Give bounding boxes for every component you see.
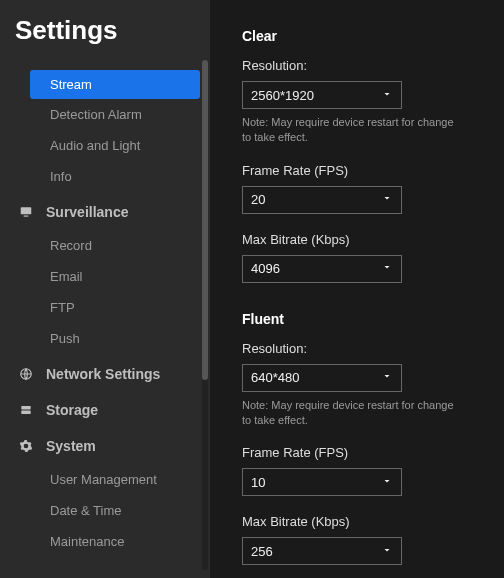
- sidebar-item-label: Detection Alarm: [50, 107, 142, 122]
- sidebar-group-camera: Stream Detection Alarm Audio and Light I…: [0, 68, 210, 192]
- sidebar-group-system: System User Management Date & Time Maint…: [0, 430, 210, 557]
- sidebar-item-label: Date & Time: [50, 503, 122, 518]
- storage-icon: [18, 402, 34, 418]
- sidebar-item-label: Email: [50, 269, 83, 284]
- field-fps: Frame Rate (FPS) 10: [242, 445, 482, 496]
- sidebar-item-label: FTP: [50, 300, 75, 315]
- section-title: Fluent: [242, 311, 482, 327]
- sidebar-group-surveillance: Surveillance Record Email FTP Push: [0, 196, 210, 354]
- sidebar-item-stream[interactable]: Stream: [30, 70, 200, 99]
- page-title: Settings: [0, 15, 210, 46]
- monitor-icon: [18, 204, 34, 220]
- sidebar-header-label: Network Settings: [46, 366, 160, 382]
- sidebar-item-user-management[interactable]: User Management: [0, 464, 210, 495]
- sidebar-item-push[interactable]: Push: [0, 323, 210, 354]
- sidebar-item-label: Audio and Light: [50, 138, 140, 153]
- sidebar-item-label: Stream: [50, 77, 92, 92]
- fps-select[interactable]: 10: [242, 468, 402, 496]
- field-label: Max Bitrate (Kbps): [242, 514, 482, 529]
- sidebar-header-storage[interactable]: Storage: [0, 394, 210, 426]
- sidebar-header-label: Storage: [46, 402, 98, 418]
- sidebar-item-info[interactable]: Info: [0, 161, 210, 192]
- section-title: Clear: [242, 28, 482, 44]
- sidebar-scrollbar[interactable]: [202, 60, 208, 570]
- sidebar-item-audio-and-light[interactable]: Audio and Light: [0, 130, 210, 161]
- resolution-select[interactable]: 2560*1920: [242, 81, 402, 109]
- sidebar-group-network: Network Settings: [0, 358, 210, 390]
- fps-select[interactable]: 20: [242, 186, 402, 214]
- sidebar-item-label: Maintenance: [50, 534, 124, 549]
- sidebar-scrollbar-thumb[interactable]: [202, 60, 208, 380]
- select-value: 2560*1920: [251, 88, 314, 103]
- field-label: Resolution:: [242, 58, 482, 73]
- stream-section-clear: Clear Resolution: 2560*1920 Note: May re…: [242, 28, 482, 283]
- sidebar-item-email[interactable]: Email: [0, 261, 210, 292]
- svg-rect-3: [21, 406, 30, 410]
- sidebar-item-detection-alarm[interactable]: Detection Alarm: [0, 99, 210, 130]
- sidebar-header-label: System: [46, 438, 96, 454]
- field-label: Resolution:: [242, 341, 482, 356]
- field-label: Frame Rate (FPS): [242, 445, 482, 460]
- sidebar-item-record[interactable]: Record: [0, 230, 210, 261]
- svg-rect-1: [24, 216, 29, 217]
- field-note: Note: May require device restart for cha…: [242, 115, 457, 145]
- chevron-down-icon: [381, 88, 393, 103]
- select-value: 10: [251, 475, 265, 490]
- chevron-down-icon: [381, 544, 393, 559]
- sidebar-header-surveillance[interactable]: Surveillance: [0, 196, 210, 228]
- field-bitrate: Max Bitrate (Kbps) 256: [242, 514, 482, 565]
- bitrate-select[interactable]: 4096: [242, 255, 402, 283]
- field-label: Frame Rate (FPS): [242, 163, 482, 178]
- bitrate-select[interactable]: 256: [242, 537, 402, 565]
- field-label: Max Bitrate (Kbps): [242, 232, 482, 247]
- select-value: 20: [251, 192, 265, 207]
- select-value: 256: [251, 544, 273, 559]
- sidebar-item-label: User Management: [50, 472, 157, 487]
- sidebar-item-date-time[interactable]: Date & Time: [0, 495, 210, 526]
- sidebar-item-label: Info: [50, 169, 72, 184]
- svg-rect-0: [21, 207, 32, 214]
- select-value: 640*480: [251, 370, 299, 385]
- chevron-down-icon: [381, 370, 393, 385]
- resolution-select[interactable]: 640*480: [242, 364, 402, 392]
- sidebar-item-maintenance[interactable]: Maintenance: [0, 526, 210, 557]
- sidebar-group-storage: Storage: [0, 394, 210, 426]
- sidebar-header-label: Surveillance: [46, 204, 129, 220]
- select-value: 4096: [251, 261, 280, 276]
- chevron-down-icon: [381, 475, 393, 490]
- svg-rect-4: [21, 411, 30, 415]
- gear-icon: [18, 438, 34, 454]
- stream-section-fluent: Fluent Resolution: 640*480 Note: May req…: [242, 311, 482, 566]
- field-bitrate: Max Bitrate (Kbps) 4096: [242, 232, 482, 283]
- sidebar-item-label: Push: [50, 331, 80, 346]
- globe-icon: [18, 366, 34, 382]
- content-pane: Clear Resolution: 2560*1920 Note: May re…: [210, 0, 504, 578]
- sidebar-header-network[interactable]: Network Settings: [0, 358, 210, 390]
- field-resolution: Resolution: 2560*1920 Note: May require …: [242, 58, 482, 145]
- field-note: Note: May require device restart for cha…: [242, 398, 457, 428]
- sidebar-header-system[interactable]: System: [0, 430, 210, 462]
- sidebar-item-ftp[interactable]: FTP: [0, 292, 210, 323]
- chevron-down-icon: [381, 261, 393, 276]
- field-resolution: Resolution: 640*480 Note: May require de…: [242, 341, 482, 428]
- sidebar: Settings Stream Detection Alarm Audio an…: [0, 0, 210, 578]
- chevron-down-icon: [381, 192, 393, 207]
- sidebar-item-label: Record: [50, 238, 92, 253]
- field-fps: Frame Rate (FPS) 20: [242, 163, 482, 214]
